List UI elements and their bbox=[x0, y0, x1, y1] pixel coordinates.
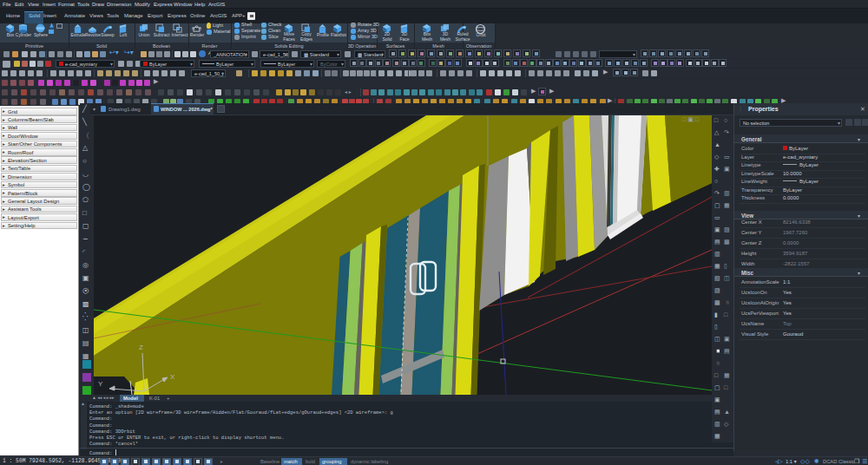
svg-text:□ ▣ □: □ ▣ □ bbox=[682, 116, 700, 122]
svg-text:Z: Z bbox=[139, 344, 143, 351]
svg-text:Y: Y bbox=[98, 380, 103, 388]
svg-text:X: X bbox=[170, 373, 175, 381]
